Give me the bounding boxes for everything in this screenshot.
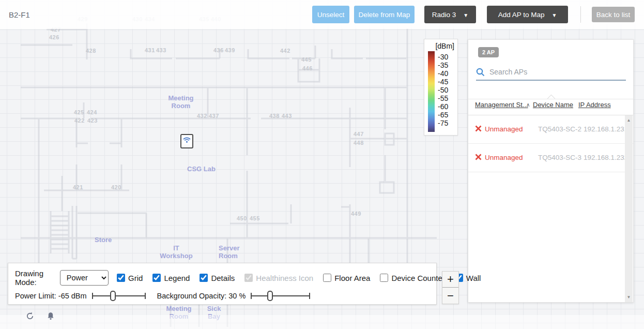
- back-to-list-button[interactable]: Back to list: [592, 7, 635, 22]
- management-status: Unmanaged: [485, 125, 523, 133]
- legend-gradient-bar: [428, 51, 435, 132]
- background-opacity-label: Background Opacity: 30 %: [157, 292, 246, 300]
- column-management-status[interactable]: Management St...: [475, 101, 528, 109]
- room-number: 439: [225, 47, 235, 53]
- checkbox-legend[interactable]: Legend: [152, 274, 190, 282]
- legend-tick: -75: [438, 119, 448, 127]
- legend-tick: -55: [438, 95, 448, 102]
- unmanaged-x-icon: [475, 125, 482, 132]
- room-number: 447: [354, 131, 364, 137]
- slider-track[interactable]: [251, 295, 310, 296]
- legend-title: [dBm]: [428, 42, 454, 50]
- room-number: 420: [111, 184, 121, 190]
- power-limit-slider-handle[interactable]: [110, 291, 116, 301]
- panel-divider: [468, 99, 633, 99]
- ap-table-row[interactable]: Unmanaged TQ5403-SC-3 192.168.1.232: [468, 144, 633, 172]
- add-ap-to-map-button[interactable]: Add AP to Map▼: [487, 6, 568, 23]
- drawing-mode-label: Drawing Mode:: [15, 269, 56, 287]
- ap-count-badge: 2 AP: [478, 47, 499, 57]
- legend-checkbox-label: Legend: [164, 274, 190, 282]
- power-limit-label: Power Limit: -65 dBm: [15, 292, 87, 300]
- floor-area-checkbox[interactable]: [323, 274, 331, 282]
- zoom-in-button[interactable]: +: [442, 272, 458, 288]
- search-underline: [476, 80, 626, 81]
- room-number: 431: [145, 47, 155, 53]
- unselect-button[interactable]: Unselect: [312, 6, 349, 23]
- checkbox-grid[interactable]: Grid: [117, 274, 143, 282]
- room-number: 426: [49, 34, 59, 40]
- room-number: 455: [250, 215, 260, 221]
- room-number: 436: [213, 47, 224, 53]
- refresh-icon[interactable]: [25, 311, 35, 321]
- floor-title: B2-F1: [9, 10, 30, 19]
- management-status: Unmanaged: [485, 154, 523, 161]
- slider-tick: [251, 293, 252, 299]
- toolbar-divider: [580, 6, 581, 23]
- details-checkbox-label: Details: [211, 274, 235, 282]
- grid-checkbox[interactable]: [117, 274, 125, 282]
- ap-map-marker[interactable]: .....: [180, 134, 193, 148]
- search-aps-input[interactable]: [489, 68, 619, 76]
- device-counter-checkbox[interactable]: [380, 274, 388, 282]
- panel-scrollbar[interactable]: ▲ ▼: [625, 115, 633, 302]
- floor-map-canvas[interactable]: 427 426 429 430 434 435 440 428 431 433 …: [0, 0, 644, 329]
- legend-tick: -60: [438, 103, 448, 110]
- room-number: 438: [269, 113, 280, 119]
- zoom-out-button[interactable]: −: [442, 288, 458, 304]
- room-number: 450: [237, 215, 247, 221]
- ap-table-row[interactable]: Unmanaged TQ5403-SC-2 192.168.1.231: [468, 115, 633, 144]
- add-ap-label: Add AP to Map: [498, 11, 545, 19]
- scroll-down-icon[interactable]: ▼: [625, 293, 633, 301]
- ap-table-header: Management St... ∧ Device Name IP Addres…: [468, 101, 633, 115]
- room-number: 425: [74, 109, 84, 115]
- device-name: TQ5403-SC-2: [538, 125, 581, 133]
- slider-tick: [145, 293, 146, 299]
- radio-select-button[interactable]: Radio 3▼: [424, 6, 476, 23]
- map-zoom-controls: + −: [442, 271, 459, 304]
- delete-from-map-button[interactable]: Delete from Map: [354, 6, 415, 23]
- device-counter-checkbox-label: Device Counter: [391, 274, 444, 282]
- notification-bell-icon[interactable]: [45, 311, 56, 321]
- room-number: 446: [302, 65, 313, 71]
- room-label-it-workshop: IT Workshop: [158, 245, 195, 260]
- unmanaged-x-icon: [475, 154, 482, 160]
- chevron-down-icon: ▼: [463, 12, 468, 18]
- checkbox-floor-area[interactable]: Floor Area: [323, 274, 370, 282]
- column-ip-address[interactable]: IP Address: [578, 101, 611, 109]
- room-number: 448: [354, 140, 364, 146]
- checkbox-device-counter[interactable]: Device Counter: [380, 274, 444, 282]
- legend-tick: -45: [438, 78, 448, 85]
- ip-address: 192.168.1.232: [584, 154, 628, 161]
- room-number: 443: [282, 113, 292, 119]
- legend-tick: -30: [438, 53, 448, 61]
- top-toolbar: B2-F1 Unselect Delete from Map Radio 3▼ …: [0, 0, 644, 29]
- column-device-name[interactable]: Device Name: [533, 101, 573, 109]
- room-number: 432: [197, 113, 207, 119]
- room-number: 423: [87, 117, 98, 124]
- ap-marker-caption: .....: [184, 143, 190, 145]
- chevron-down-icon: ▼: [551, 12, 557, 18]
- slider-tick: [309, 293, 310, 299]
- radio-select-label: Radio 3: [432, 11, 456, 19]
- power-limit-slider[interactable]: [92, 291, 146, 301]
- room-number: 428: [86, 48, 96, 54]
- legend-tick: -50: [438, 86, 448, 94]
- legend-tick: -65: [438, 111, 448, 118]
- drawing-controls-panel: Drawing Mode: Power Grid Legend Details …: [8, 263, 437, 305]
- legend-checkbox[interactable]: [152, 274, 161, 282]
- background-opacity-slider[interactable]: [251, 291, 310, 301]
- details-checkbox[interactable]: [200, 274, 208, 282]
- room-number: 437: [209, 113, 219, 119]
- checkbox-details[interactable]: Details: [200, 274, 235, 282]
- healthiness-icon-checkbox-label: Healthiness Icon: [256, 274, 313, 282]
- room-label-server-room: Server Room: [219, 245, 239, 260]
- room-label-csg-lab: CSG Lab: [187, 166, 216, 173]
- legend-tick: -40: [438, 70, 448, 77]
- background-opacity-slider-handle[interactable]: [267, 291, 273, 301]
- slider-tick: [92, 293, 93, 299]
- grid-checkbox-label: Grid: [128, 274, 143, 282]
- slider-track[interactable]: [92, 295, 146, 296]
- room-label-store: Store: [95, 236, 112, 244]
- scroll-up-icon[interactable]: ▲: [625, 116, 633, 124]
- drawing-mode-select[interactable]: Power: [60, 270, 109, 286]
